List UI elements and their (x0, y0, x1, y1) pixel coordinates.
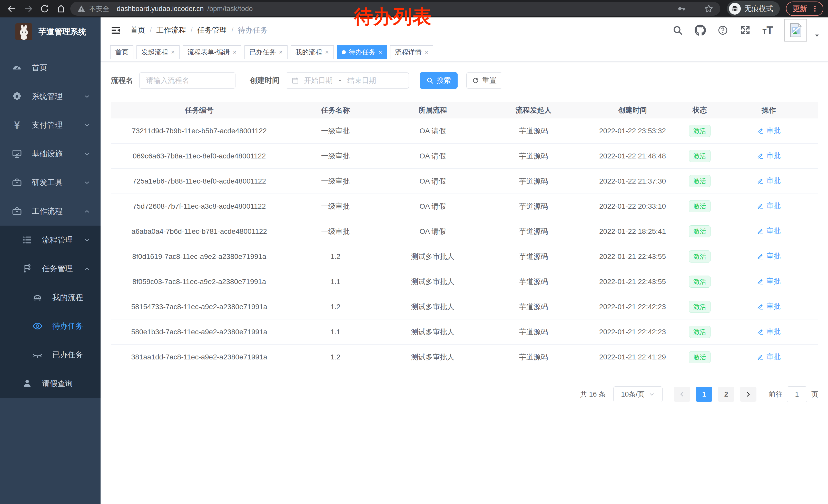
app-logo-row[interactable]: 芋道管理系统 (0, 17, 100, 46)
cell-time: 2022-01-21 22:42:23 (585, 303, 680, 311)
chevron-up-icon (83, 265, 91, 273)
approve-link[interactable]: 审批 (757, 226, 781, 236)
cell-id: 8f059c03-7ac8-11ec-a9e2-a2380e71991a (111, 278, 288, 286)
tab-1[interactable]: 发起流程× (136, 45, 179, 59)
sidebar-item-9[interactable]: 待办任务 (0, 312, 100, 340)
table-row-6: 8f059c03-7ac8-11ec-a9e2-a2380e71991a1.1测… (111, 269, 818, 294)
sidebar-item-label: 已办任务 (52, 350, 83, 360)
star-icon[interactable] (704, 4, 714, 13)
status-badge: 激活 (689, 276, 710, 288)
column-header-3: 流程发起人 (482, 105, 585, 115)
edit-icon (757, 303, 764, 310)
approve-link[interactable]: 审批 (757, 327, 781, 336)
sidebar-item-label: 首页 (32, 62, 47, 73)
font-size-icon[interactable]: TT (762, 24, 773, 36)
process-name-input[interactable]: 请输入流程名 (139, 72, 236, 89)
sidebar-item-4[interactable]: 研发工具 (0, 168, 100, 197)
tab-close-icon[interactable]: × (325, 49, 329, 55)
sidebar-item-2[interactable]: ¥支付管理 (0, 111, 100, 139)
approve-link[interactable]: 审批 (757, 276, 781, 286)
approve-label: 审批 (767, 226, 781, 236)
page-size-select[interactable]: 10条/页 (613, 386, 663, 402)
approve-link[interactable]: 审批 (757, 251, 781, 261)
cell-starter: 芋道源码 (482, 201, 585, 211)
tab-close-icon[interactable]: × (171, 49, 175, 55)
sidebar-item-11[interactable]: 请假查询 (0, 369, 100, 398)
tab-2[interactable]: 流程表单-编辑× (182, 45, 241, 59)
cell-process: OA 请假 (383, 201, 482, 211)
forward-icon[interactable] (21, 2, 35, 16)
end-date-placeholder: 结束日期 (347, 76, 376, 85)
sidebar-item-label: 待办任务 (52, 321, 83, 331)
tab-close-icon[interactable]: × (279, 49, 283, 55)
sidebar-item-1[interactable]: 系统管理 (0, 82, 100, 111)
sidebar-item-6[interactable]: 流程管理 (0, 226, 100, 254)
sidebar-item-10[interactable]: 已办任务 (0, 340, 100, 369)
breadcrumb-item-1[interactable]: 工作流程 (156, 25, 186, 35)
next-page-button[interactable] (740, 387, 756, 402)
cell-process: 测试多审批人 (383, 252, 482, 262)
tab-0[interactable]: 首页 (110, 45, 133, 59)
approve-link[interactable]: 审批 (757, 126, 781, 135)
browser-menu-icon[interactable] (811, 5, 819, 12)
approve-label: 审批 (767, 201, 781, 211)
key-icon[interactable] (677, 4, 687, 13)
sidebar-collapse-icon[interactable] (110, 25, 122, 36)
breadcrumb-item-2[interactable]: 任务管理 (197, 25, 227, 35)
github-icon[interactable] (695, 25, 706, 36)
range-separator: - (339, 77, 341, 85)
search-button[interactable]: 搜索 (420, 72, 458, 89)
prev-page-button[interactable] (674, 387, 690, 402)
update-button[interactable]: 更新 (786, 2, 823, 16)
back-icon[interactable] (5, 2, 19, 16)
sidebar-item-5[interactable]: 工作流程 (0, 197, 100, 226)
cell-time: 2022-01-21 22:42:23 (585, 328, 680, 336)
sidebar-item-0[interactable]: 首页 (0, 53, 100, 82)
breadcrumb-item-0[interactable]: 首页 (130, 25, 145, 35)
incognito-label: 无痕模式 (744, 4, 773, 13)
edit-icon (757, 227, 764, 235)
approve-link[interactable]: 审批 (757, 176, 781, 186)
status-badge: 激活 (689, 125, 710, 137)
cell-name: 1.2 (288, 253, 383, 261)
status-badge: 激活 (689, 351, 710, 363)
caret-down-icon[interactable] (814, 32, 820, 39)
goto-page-input[interactable]: 1 (787, 386, 807, 402)
tab-4[interactable]: 我的流程× (291, 45, 334, 59)
tab-6[interactable]: 流程详情× (390, 45, 433, 59)
tab-close-icon[interactable]: × (425, 49, 428, 55)
reload-icon[interactable] (37, 2, 52, 16)
tab-label: 待办任务 (349, 48, 376, 57)
avatar[interactable] (784, 19, 807, 42)
page-button-1[interactable]: 1 (696, 387, 712, 402)
approve-link[interactable]: 审批 (757, 201, 781, 211)
approve-link[interactable]: 审批 (757, 352, 781, 362)
sidebar-item-8[interactable]: 我的流程 (0, 283, 100, 312)
tab-close-icon[interactable]: × (233, 49, 237, 55)
breadcrumb-separator: / (191, 26, 192, 34)
approve-link[interactable]: 审批 (757, 151, 781, 161)
chevron-down-icon (83, 93, 91, 100)
create-time-label: 创建时间 (250, 75, 280, 86)
cell-time: 2022-01-22 18:25:41 (585, 227, 680, 236)
fullscreen-icon[interactable] (740, 25, 751, 36)
cell-time: 2022-01-21 22:43:55 (585, 253, 680, 261)
help-icon[interactable] (717, 25, 729, 36)
reset-button[interactable]: 重置 (466, 72, 502, 89)
warning-icon (77, 4, 86, 13)
column-header-4: 创建时间 (585, 105, 680, 115)
sidebar-item-3[interactable]: 基础设施 (0, 139, 100, 168)
page-button-2[interactable]: 2 (718, 387, 734, 402)
tab-5[interactable]: 待办任务× (337, 45, 387, 59)
date-range-input[interactable]: 开始日期 - 结束日期 (286, 72, 409, 89)
cell-process: OA 请假 (383, 176, 482, 186)
search-icon[interactable] (672, 25, 683, 36)
approve-link[interactable]: 审批 (757, 302, 781, 311)
tab-close-icon[interactable]: × (379, 49, 382, 55)
sidebar-item-label: 支付管理 (32, 120, 63, 131)
home-icon[interactable] (54, 2, 68, 16)
cell-time: 2022-01-22 20:33:10 (585, 202, 680, 211)
tab-3[interactable]: 已办任务× (244, 45, 288, 59)
table-row-2: 725a1eb6-7b88-11ec-8ef0-acde48001122一级审批… (111, 169, 818, 194)
sidebar-item-7[interactable]: 任务管理 (0, 254, 100, 283)
